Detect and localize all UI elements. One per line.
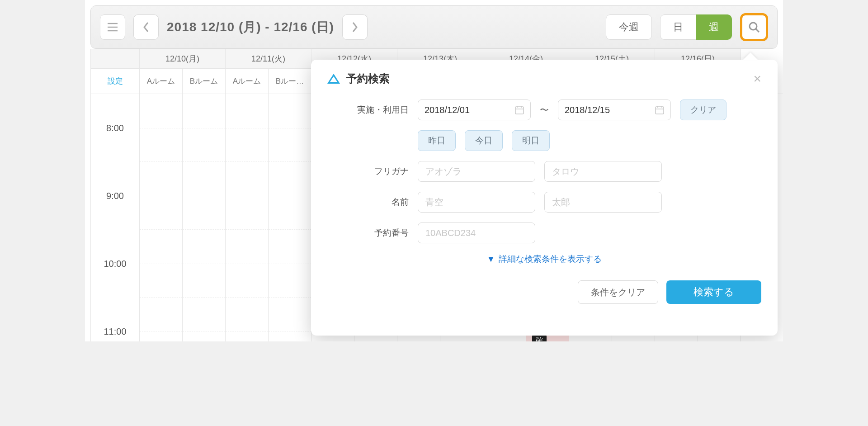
row-name: 名前 [327, 192, 761, 213]
advanced-search-toggle[interactable]: ▼詳細な検索条件を表示する [327, 253, 761, 265]
view-toggle: 日 週 [660, 14, 732, 40]
room-header: Bルー… [269, 69, 311, 94]
date-range-tilde: 〜 [540, 104, 549, 116]
popover-title: 予約検索 [346, 71, 390, 86]
label-name: 名前 [327, 196, 409, 208]
search-submit-button[interactable]: 検索する [666, 280, 761, 304]
this-week-button[interactable]: 今週 [606, 14, 652, 40]
hour-label: 9:00 [91, 162, 140, 230]
search-form: 実施・利用日 2018/12/01 〜 2018/12/15 クリア [327, 99, 761, 304]
calendar-icon [655, 105, 664, 114]
next-week-button[interactable] [342, 14, 368, 40]
furigana-first-input[interactable] [544, 161, 662, 182]
row-date: 実施・利用日 2018/12/01 〜 2018/12/15 クリア [327, 99, 761, 120]
hour-label: 10:00 [91, 230, 140, 298]
search-icon [748, 21, 760, 33]
name-first-input[interactable] [544, 192, 662, 213]
label-furigana: フリガナ [327, 166, 409, 177]
name-last-field[interactable] [425, 197, 528, 208]
room-header: Aルーム [226, 69, 269, 94]
label-number: 予約番号 [327, 227, 409, 239]
prev-week-button[interactable] [133, 14, 159, 40]
toolbar: 2018 12/10 (月) - 12/16 (日) 今週 日 週 [90, 5, 778, 49]
furigana-last-input[interactable] [418, 161, 535, 182]
booking-number-field[interactable] [425, 227, 528, 239]
furigana-first-field[interactable] [551, 166, 655, 177]
label-date: 実施・利用日 [327, 104, 409, 116]
svg-rect-1 [515, 107, 524, 114]
svg-rect-2 [656, 107, 664, 114]
popover-header: 予約検索 × [327, 71, 761, 86]
today-chip[interactable]: 今日 [465, 130, 503, 151]
date-from-input[interactable]: 2018/12/01 [418, 99, 531, 120]
booking-status-badge[interactable]: 確 [532, 335, 547, 341]
yesterday-chip[interactable]: 昨日 [418, 130, 456, 151]
popover-footer: 条件をクリア 検索する [327, 280, 761, 304]
cal-head-blank [91, 49, 140, 69]
row-furigana: フリガナ [327, 161, 761, 182]
name-last-input[interactable] [418, 192, 535, 213]
settings-link[interactable]: 設定 [91, 69, 140, 94]
week-view-button[interactable]: 週 [696, 14, 732, 40]
date-to-input[interactable]: 2018/12/15 [558, 99, 671, 120]
svg-point-0 [750, 23, 757, 30]
chevron-left-icon [142, 22, 150, 33]
triangle-down-icon: ▼ [487, 254, 495, 264]
calendar-icon [515, 105, 524, 114]
advanced-label: 詳細な検索条件を表示する [499, 254, 602, 264]
room-header: Bルーム [183, 69, 226, 94]
row-number: 予約番号 [327, 222, 761, 243]
hour-label: 8:00 [91, 94, 140, 162]
hour-label: 11:00 [91, 298, 140, 341]
close-icon: × [753, 71, 761, 86]
search-popover: 予約検索 × 実施・利用日 2018/12/01 〜 2018/12/15 [311, 60, 778, 336]
search-button[interactable] [740, 13, 768, 41]
date-from-value: 2018/12/01 [425, 105, 470, 115]
menu-button[interactable] [100, 14, 125, 40]
furigana-last-field[interactable] [425, 166, 528, 177]
popover-arrow [743, 52, 758, 60]
cal-day: 12/11(火) [226, 49, 311, 69]
clear-date-chip[interactable]: クリア [680, 99, 726, 120]
day-view-button[interactable]: 日 [660, 14, 696, 40]
chevron-right-icon [351, 22, 359, 33]
date-to-value: 2018/12/15 [565, 105, 610, 115]
booking-number-input[interactable] [418, 222, 535, 243]
cal-day: 12/10(月) [140, 49, 226, 69]
logo-icon [327, 74, 340, 84]
room-header: Aルーム [140, 69, 183, 94]
row-quick-dates: 昨日 今日 明日 [327, 130, 761, 151]
name-first-field[interactable] [551, 197, 655, 208]
menu-icon [107, 23, 118, 32]
clear-conditions-button[interactable]: 条件をクリア [578, 280, 658, 304]
close-button[interactable]: × [753, 72, 761, 85]
tomorrow-chip[interactable]: 明日 [512, 130, 550, 151]
date-range-title: 2018 12/10 (月) - 12/16 (日) [167, 19, 334, 36]
